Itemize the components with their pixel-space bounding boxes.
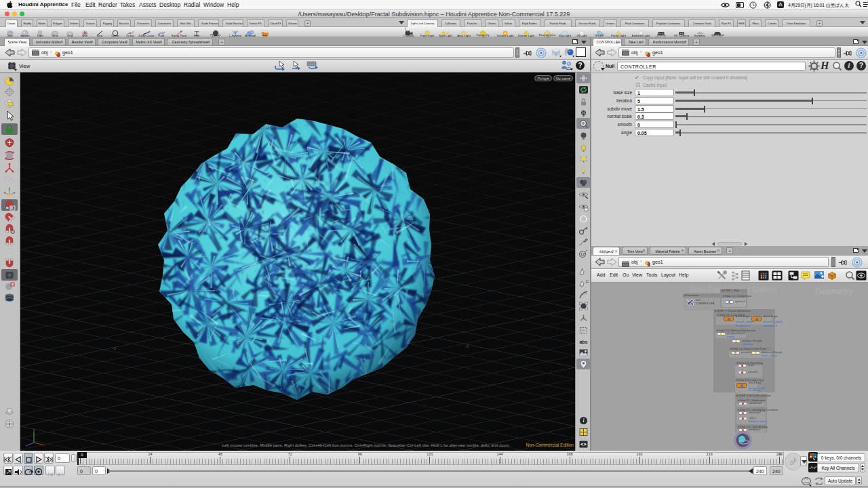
svg-text:12: 12 (586, 279, 589, 283)
svg-text:12: 12 (580, 252, 585, 256)
svg-text:y: y (33, 428, 35, 432)
svg-text:abc: abc (579, 340, 587, 344)
